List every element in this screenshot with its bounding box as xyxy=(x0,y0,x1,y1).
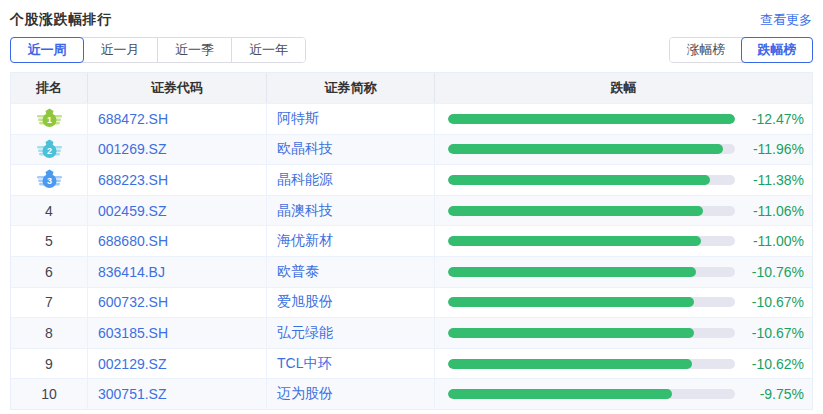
rank-1-medal-icon: 1 xyxy=(37,108,62,129)
change-value: -10.67% xyxy=(735,294,804,310)
change-bar-fill xyxy=(448,175,710,185)
change-value: -10.62% xyxy=(735,356,804,372)
rank-cell: 2 xyxy=(11,135,88,165)
stock-name-link[interactable]: 弘元绿能 xyxy=(267,318,435,348)
period-tab-group: 近一周近一月近一季近一年 xyxy=(10,37,306,63)
change-value: -9.75% xyxy=(735,386,804,402)
change-cell: -12.47% xyxy=(435,104,812,134)
change-bar-fill xyxy=(448,114,735,124)
period-tab-0[interactable]: 近一周 xyxy=(10,37,84,63)
change-value: -11.96% xyxy=(735,141,804,157)
table-row: 7600732.SH爱旭股份-10.67% xyxy=(11,287,812,318)
change-bar-track xyxy=(448,389,735,399)
change-bar-fill xyxy=(448,206,703,216)
stock-name-link[interactable]: 阿特斯 xyxy=(267,104,435,134)
stock-code-link[interactable]: 688472.SH xyxy=(88,104,267,134)
period-tab-2[interactable]: 近一季 xyxy=(157,38,231,62)
change-value: -11.38% xyxy=(735,172,804,188)
change-bar-fill xyxy=(448,236,701,246)
ranking-table: 排名证券代码证券简称跌幅 1688472.SH阿特斯-12.47%2001269… xyxy=(10,72,813,410)
stock-name-link[interactable]: 欧普泰 xyxy=(267,257,435,287)
stock-code-link[interactable]: 001269.SZ xyxy=(88,135,267,165)
rank-cell: 1 xyxy=(11,104,88,134)
change-value: -11.00% xyxy=(735,233,804,249)
change-value: -10.67% xyxy=(735,325,804,341)
change-bar-fill xyxy=(448,297,694,307)
table-row: 1688472.SH阿特斯-12.47% xyxy=(11,103,812,134)
rank-cell: 6 xyxy=(11,257,88,287)
stock-code-link[interactable]: 836414.BJ xyxy=(88,257,267,287)
rank-cell: 7 xyxy=(11,288,88,318)
controls-bar: 近一周近一月近一季近一年 涨幅榜跌幅榜 xyxy=(10,36,813,63)
rank-cell: 3 xyxy=(11,165,88,195)
table-row: 8603185.SH弘元绿能-10.67% xyxy=(11,317,812,348)
change-bar-fill xyxy=(448,328,694,338)
rank-2-medal-icon: 2 xyxy=(37,139,62,160)
change-bar-fill xyxy=(448,359,692,369)
svg-text:2: 2 xyxy=(46,146,51,156)
table-header-row: 排名证券代码证券简称跌幅 xyxy=(11,73,812,103)
change-bar-track xyxy=(448,144,735,154)
change-cell: -10.62% xyxy=(435,349,812,379)
rank-cell: 4 xyxy=(11,196,88,226)
table-row: 5688680.SH海优新材-11.00% xyxy=(11,225,812,256)
table-body: 1688472.SH阿特斯-12.47%2001269.SZ欧晶科技-11.96… xyxy=(11,103,812,409)
column-header-0: 排名 xyxy=(11,73,88,103)
table-row: 4002459.SZ晶澳科技-11.06% xyxy=(11,195,812,226)
stock-name-link[interactable]: TCL中环 xyxy=(267,349,435,379)
table-row: 10300751.SZ迈为股份-9.75% xyxy=(11,378,812,409)
page-title: 个股涨跌幅排行 xyxy=(10,11,112,29)
view-more-link[interactable]: 查看更多 xyxy=(760,11,812,29)
change-cell: -10.67% xyxy=(435,318,812,348)
change-bar-track xyxy=(448,175,735,185)
period-tab-1[interactable]: 近一月 xyxy=(83,38,157,62)
change-value: -11.06% xyxy=(735,203,804,219)
stock-name-link[interactable]: 欧晶科技 xyxy=(267,135,435,165)
svg-text:1: 1 xyxy=(46,115,51,125)
change-cell: -11.96% xyxy=(435,135,812,165)
rank-cell: 8 xyxy=(11,318,88,348)
stock-name-link[interactable]: 迈为股份 xyxy=(267,379,435,409)
column-header-1: 证券代码 xyxy=(88,73,267,103)
stock-code-link[interactable]: 688223.SH xyxy=(88,165,267,195)
change-cell: -11.06% xyxy=(435,196,812,226)
column-header-2: 证券简称 xyxy=(267,73,435,103)
change-cell: -9.75% xyxy=(435,379,812,409)
svg-text:3: 3 xyxy=(46,177,51,187)
rank-type-tab-group: 涨幅榜跌幅榜 xyxy=(669,37,813,63)
change-bar-track xyxy=(448,359,735,369)
change-value: -10.76% xyxy=(735,264,804,280)
change-bar-track xyxy=(448,297,735,307)
change-bar-track xyxy=(448,206,735,216)
change-bar-track xyxy=(448,114,735,124)
stock-name-link[interactable]: 海优新材 xyxy=(267,226,435,256)
change-cell: -11.00% xyxy=(435,226,812,256)
table-row: 3688223.SH晶科能源-11.38% xyxy=(11,164,812,195)
change-bar-fill xyxy=(448,144,723,154)
change-value: -12.47% xyxy=(735,111,804,127)
stock-code-link[interactable]: 002129.SZ xyxy=(88,349,267,379)
change-bar-track xyxy=(448,236,735,246)
stock-name-link[interactable]: 晶科能源 xyxy=(267,165,435,195)
change-bar-fill xyxy=(448,267,696,277)
change-bar-track xyxy=(448,328,735,338)
table-row: 6836414.BJ欧普泰-10.76% xyxy=(11,256,812,287)
widget-header: 个股涨跌幅排行 查看更多 xyxy=(0,0,823,31)
stock-code-link[interactable]: 600732.SH xyxy=(88,288,267,318)
rank-type-tab-1[interactable]: 跌幅榜 xyxy=(741,37,813,63)
stock-code-link[interactable]: 688680.SH xyxy=(88,226,267,256)
stock-name-link[interactable]: 晶澳科技 xyxy=(267,196,435,226)
rank-cell: 5 xyxy=(11,226,88,256)
stock-code-link[interactable]: 300751.SZ xyxy=(88,379,267,409)
rank-cell: 10 xyxy=(11,379,88,409)
change-cell: -10.67% xyxy=(435,288,812,318)
stock-code-link[interactable]: 002459.SZ xyxy=(88,196,267,226)
change-bar-fill xyxy=(448,389,672,399)
change-cell: -11.38% xyxy=(435,165,812,195)
stock-code-link[interactable]: 603185.SH xyxy=(88,318,267,348)
stock-name-link[interactable]: 爱旭股份 xyxy=(267,288,435,318)
rank-type-tab-0[interactable]: 涨幅榜 xyxy=(670,38,742,62)
rank-3-medal-icon: 3 xyxy=(37,169,62,190)
rank-cell: 9 xyxy=(11,349,88,379)
period-tab-3[interactable]: 近一年 xyxy=(231,38,305,62)
